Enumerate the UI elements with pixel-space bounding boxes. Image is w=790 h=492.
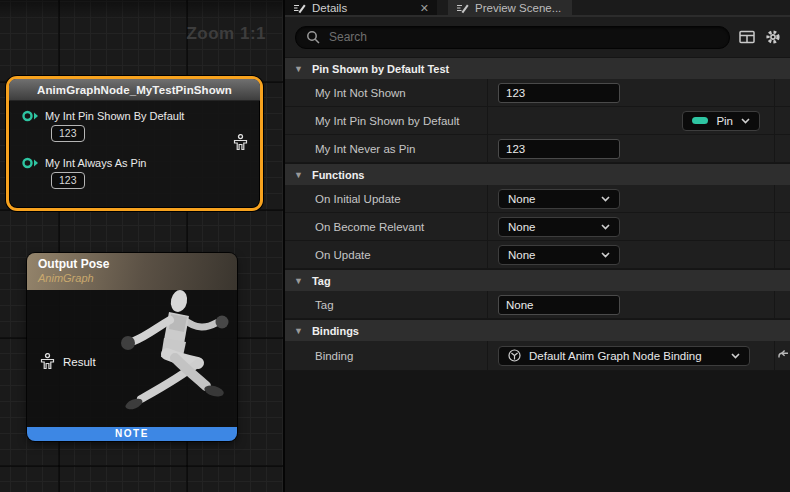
property-label: On Initial Update — [315, 193, 401, 205]
section-title: Tag — [312, 275, 331, 287]
tab-preview-scene[interactable]: Preview Scene... — [448, 0, 572, 15]
property-row-my-int-pin-shown-by-default: My Int Pin Shown by Default Pin — [285, 107, 790, 135]
details-panel: Details ✕ Preview Scene... — [285, 0, 790, 492]
dropdown-value: None — [508, 193, 536, 205]
chevron-down-icon: ▼ — [294, 326, 303, 336]
property-row-on-initial-update: On Initial Update None — [285, 185, 790, 213]
search-box[interactable] — [295, 26, 730, 49]
property-row-my-int-not-shown: My Int Not Shown — [285, 79, 790, 107]
output-pose-header[interactable]: Output Pose AnimGraph — [27, 253, 237, 290]
dropdown-value: None — [508, 221, 536, 233]
section-title: Functions — [312, 169, 365, 181]
gear-icon[interactable] — [764, 29, 782, 45]
chevron-down-icon — [741, 118, 750, 124]
pin-row-always-as-pin: My Int Always As Pin 123 — [9, 142, 260, 189]
tag-field[interactable] — [498, 295, 620, 315]
tab-label: Preview Scene... — [475, 2, 561, 14]
property-label: On Become Relevant — [315, 221, 424, 233]
pin-label: My Int Pin Shown By Default — [45, 110, 184, 122]
property-row-binding: Binding Default Anim Graph Node Binding — [285, 341, 790, 371]
my-int-never-as-pin-field[interactable] — [498, 139, 620, 159]
tab-label: Details — [312, 2, 347, 14]
pin-row-shown-by-default: My Int Pin Shown By Default 123 — [9, 101, 260, 142]
int-pin-icon[interactable] — [22, 157, 39, 169]
pin-pill-icon — [692, 117, 708, 124]
chevron-down-icon: ▼ — [294, 276, 303, 286]
int-pin-icon[interactable] — [22, 110, 39, 122]
close-icon[interactable]: ✕ — [420, 3, 429, 13]
property-label: Binding — [315, 350, 353, 362]
property-label: On Update — [315, 249, 371, 261]
section-bindings[interactable]: ▼ Bindings — [285, 320, 790, 341]
section-tag[interactable]: ▼ Tag — [285, 270, 790, 291]
property-row-on-become-relevant: On Become Relevant None — [285, 213, 790, 241]
tab-bar: Details ✕ Preview Scene... — [285, 0, 790, 17]
section-title: Bindings — [312, 325, 359, 337]
chevron-down-icon: ▼ — [294, 170, 303, 180]
zoom-level-indicator: Zoom 1:1 — [186, 24, 266, 44]
dropdown-value: Default Anim Graph Node Binding — [529, 350, 723, 362]
property-label: My Int Never as Pin — [315, 143, 415, 155]
on-initial-update-dropdown[interactable]: None — [498, 189, 620, 209]
search-input[interactable] — [327, 29, 719, 45]
result-pin[interactable]: Result — [40, 353, 96, 370]
pin-value-field[interactable]: 123 — [51, 125, 85, 142]
details-toolbar — [285, 17, 790, 57]
details-panel-icon — [456, 2, 469, 14]
mannequin-image — [103, 286, 235, 426]
dropdown-value: Pin — [716, 115, 733, 127]
binding-icon — [508, 349, 521, 362]
anim-graph-canvas[interactable]: Zoom 1:1 AnimGraphNode_MyTestPinShown My… — [0, 0, 283, 492]
section-title: Pin Shown by Default Test — [312, 63, 449, 75]
pose-pin-person-icon[interactable] — [40, 353, 55, 370]
chevron-down-icon — [601, 224, 610, 230]
dropdown-value: None — [508, 249, 536, 261]
node-animgraphnode-mytestpinshown[interactable]: AnimGraphNode_MyTestPinShown My Int Pin … — [6, 76, 263, 211]
section-pin-shown-by-default-test[interactable]: ▼ Pin Shown by Default Test — [285, 58, 790, 79]
property-label: My Int Not Shown — [315, 87, 406, 99]
note-badge[interactable]: NOTE — [27, 427, 237, 441]
node-title[interactable]: AnimGraphNode_MyTestPinShown — [9, 79, 260, 101]
reset-to-default-icon[interactable] — [776, 350, 789, 361]
my-int-not-shown-field[interactable] — [498, 83, 620, 103]
details-panel-icon — [293, 2, 306, 14]
pin-label: My Int Always As Pin — [45, 157, 146, 169]
tab-details[interactable]: Details ✕ — [285, 0, 437, 15]
chevron-down-icon: ▼ — [294, 64, 303, 74]
chevron-down-icon — [601, 196, 610, 202]
node-output-pose[interactable]: Output Pose AnimGraph Result NOTE — [27, 253, 237, 441]
on-become-relevant-dropdown[interactable]: None — [498, 217, 620, 237]
chevron-down-icon — [731, 353, 740, 359]
result-pin-label: Result — [63, 356, 96, 368]
chevron-down-icon — [601, 252, 610, 258]
property-row-tag: Tag — [285, 291, 790, 319]
pin-mode-dropdown[interactable]: Pin — [682, 111, 760, 131]
on-update-dropdown[interactable]: None — [498, 245, 620, 265]
binding-dropdown[interactable]: Default Anim Graph Node Binding — [498, 346, 750, 366]
property-row-my-int-never-as-pin: My Int Never as Pin — [285, 135, 790, 163]
pin-value-field[interactable]: 123 — [51, 172, 85, 189]
property-list: ▼ Pin Shown by Default Test My Int Not S… — [285, 57, 790, 492]
display-options-icon[interactable] — [738, 30, 756, 44]
node-title: Output Pose — [38, 257, 226, 271]
node-subtitle: AnimGraph — [38, 272, 226, 284]
property-label: My Int Pin Shown by Default — [315, 115, 459, 127]
property-row-on-update: On Update None — [285, 241, 790, 269]
property-label: Tag — [315, 299, 334, 311]
section-functions[interactable]: ▼ Functions — [285, 164, 790, 185]
search-icon — [306, 30, 320, 44]
